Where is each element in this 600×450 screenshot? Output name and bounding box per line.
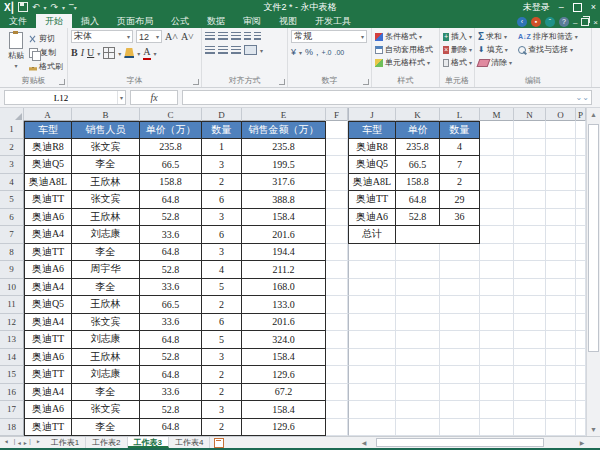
save-icon[interactable] (18, 2, 28, 12)
ribbon-tab-4[interactable]: 页面布局 (108, 14, 162, 28)
row-header-10[interactable]: 10 (0, 279, 24, 297)
delete-cells-button[interactable]: ×删除▾ (443, 43, 472, 56)
cell-J11[interactable] (348, 296, 396, 314)
cell-L16[interactable] (440, 384, 480, 402)
cell-K10[interactable] (396, 279, 440, 297)
cell-A16[interactable]: 奥迪A4 (24, 384, 72, 402)
cell-B10[interactable]: 李全 (72, 279, 140, 297)
cell-C6[interactable]: 52.8 (140, 209, 202, 227)
cell-F11[interactable] (326, 296, 348, 314)
cell-A17[interactable]: 奥迪A6 (24, 401, 72, 419)
font-color-button[interactable]: A (143, 46, 150, 60)
column-header-F[interactable]: F (326, 108, 348, 121)
cell-M10[interactable] (480, 279, 514, 297)
redo-icon[interactable]: ↷ (50, 3, 58, 12)
cell-N2[interactable] (514, 139, 546, 157)
cell-D14[interactable]: 3 (202, 349, 242, 367)
customize-toolbar-icon[interactable]: ▔▾ (69, 4, 77, 11)
cell-J2[interactable]: 奥迪R8 (348, 139, 396, 157)
cell-B3[interactable]: 李全 (72, 156, 140, 174)
ribbon-tab-6[interactable]: 数据 (198, 14, 234, 28)
decrease-decimal-icon[interactable]: .00 (335, 49, 345, 56)
cell-A10[interactable]: 奥迪A4 (24, 279, 72, 297)
cell-E16[interactable]: 67.2 (242, 384, 326, 402)
cell-F1[interactable] (326, 121, 348, 139)
cell-B11[interactable]: 王欣林 (72, 296, 140, 314)
cell-styles-button[interactable]: 单元格样式▾ (375, 56, 437, 69)
cell-N12[interactable] (514, 314, 546, 332)
cell-K17[interactable] (396, 401, 440, 419)
close-icon[interactable]: × (589, 2, 598, 12)
cell-L1[interactable]: 数量 (440, 121, 480, 139)
cell-E2[interactable]: 235.8 (242, 139, 326, 157)
cell-E10[interactable]: 168.0 (242, 279, 326, 297)
column-header-C[interactable]: C (140, 108, 202, 121)
cell-E7[interactable]: 201.6 (242, 226, 326, 244)
undo-dropdown-icon[interactable]: ▾ (43, 4, 46, 11)
cell-F12[interactable] (326, 314, 348, 332)
name-box-dropdown-icon[interactable]: ▾ (117, 91, 125, 104)
vertical-scrollbar-thumb[interactable] (588, 124, 599, 352)
cell-J17[interactable] (348, 401, 396, 419)
cell-O5[interactable] (546, 191, 576, 209)
cell-B13[interactable]: 刘志康 (72, 331, 140, 349)
cell-N8[interactable] (514, 244, 546, 262)
cell-F8[interactable] (326, 244, 348, 262)
cell-J10[interactable] (348, 279, 396, 297)
cell-M17[interactable] (480, 401, 514, 419)
cell-F15[interactable] (326, 366, 348, 384)
cell-A12[interactable]: 奥迪A4 (24, 314, 72, 332)
cell-K8[interactable] (396, 244, 440, 262)
scroll-right-icon[interactable]: ▶ (576, 439, 588, 446)
cell-K11[interactable] (396, 296, 440, 314)
cell-D13[interactable]: 5 (202, 331, 242, 349)
cell-M13[interactable] (480, 331, 514, 349)
borders-dropdown-icon[interactable]: ▾ (118, 50, 121, 57)
cell-C9[interactable]: 52.8 (140, 261, 202, 279)
cell-P7[interactable] (576, 226, 586, 244)
fill-color-dropdown-icon[interactable]: ▾ (137, 50, 140, 57)
cell-M12[interactable] (480, 314, 514, 332)
copy-button[interactable]: 复制 (29, 47, 63, 58)
cell-J5[interactable]: 奥迪TT (348, 191, 396, 209)
cell-K12[interactable] (396, 314, 440, 332)
font-size-select[interactable]: 12▾ (136, 30, 162, 43)
cell-L6[interactable]: 36 (440, 209, 480, 227)
row-header-18[interactable]: 18 (0, 419, 24, 437)
cell-E12[interactable]: 201.6 (242, 314, 326, 332)
row-header-15[interactable]: 15 (0, 366, 24, 384)
row-header-13[interactable]: 13 (0, 331, 24, 349)
sort-filter-button[interactable]: A↓Z排序和筛选▾ (518, 30, 578, 43)
ribbon-tab-2[interactable]: 开始 (36, 14, 72, 28)
cell-O11[interactable] (546, 296, 576, 314)
merge-center-icon[interactable] (244, 45, 257, 55)
cell-B16[interactable]: 李全 (72, 384, 140, 402)
fill-color-icon[interactable] (124, 48, 134, 58)
cell-N14[interactable] (514, 349, 546, 367)
cell-N11[interactable] (514, 296, 546, 314)
cell-A13[interactable]: 奥迪TT (24, 331, 72, 349)
cell-O4[interactable] (546, 174, 576, 192)
cell-K9[interactable] (396, 261, 440, 279)
cell-B1[interactable]: 销售人员 (72, 121, 140, 139)
cell-O9[interactable] (546, 261, 576, 279)
format-cells-button[interactable]: 格式▾ (443, 56, 472, 69)
row-header-17[interactable]: 17 (0, 401, 24, 419)
clipboard-dialog-launcher-icon[interactable] (59, 79, 65, 85)
cell-J13[interactable] (348, 331, 396, 349)
document-close-icon[interactable]: × (593, 18, 598, 27)
alignment-dialog-launcher-icon[interactable] (279, 79, 285, 85)
cell-C2[interactable]: 235.8 (140, 139, 202, 157)
column-header-K[interactable]: K (396, 108, 440, 121)
column-header-D[interactable]: D (202, 108, 242, 121)
cell-D3[interactable]: 3 (202, 156, 242, 174)
horizontal-scrollbar-thumb[interactable] (376, 438, 544, 447)
align-top-icon[interactable] (205, 32, 215, 40)
cell-K3[interactable]: 66.5 (396, 156, 440, 174)
cell-L9[interactable] (440, 261, 480, 279)
cell-L14[interactable] (440, 349, 480, 367)
column-header-M[interactable]: M (480, 108, 514, 121)
redo-dropdown-icon[interactable]: ▾ (62, 4, 65, 11)
back-icon[interactable]: ‹ (517, 17, 527, 27)
cell-C12[interactable]: 33.6 (140, 314, 202, 332)
